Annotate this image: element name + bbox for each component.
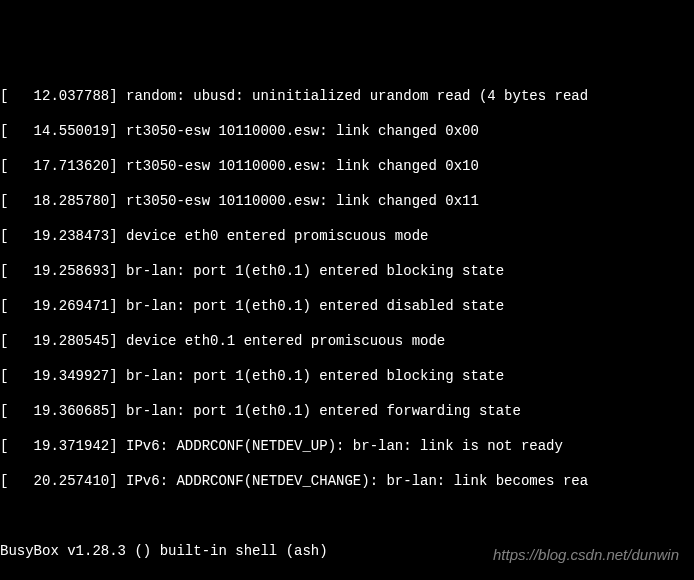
kernel-log-line: [ 19.238473] device eth0 entered promisc…: [0, 228, 694, 246]
kernel-log-line: [ 17.713620] rt3050-esw 10110000.esw: li…: [0, 158, 694, 176]
kernel-log-line: [ 19.360685] br-lan: port 1(eth0.1) ente…: [0, 403, 694, 421]
terminal-output: [ 12.037788] random: ubusd: uninitialize…: [0, 70, 694, 580]
kernel-log-line: [ 20.257410] IPv6: ADDRCONF(NETDEV_CHANG…: [0, 473, 694, 491]
kernel-log-line: [ 19.269471] br-lan: port 1(eth0.1) ente…: [0, 298, 694, 316]
kernel-log-line: [ 19.349927] br-lan: port 1(eth0.1) ente…: [0, 368, 694, 386]
kernel-log-line: [ 19.280545] device eth0.1 entered promi…: [0, 333, 694, 351]
kernel-log-line: [ 12.037788] random: ubusd: uninitialize…: [0, 88, 694, 106]
watermark-text: https://blog.csdn.net/dunwin: [493, 546, 679, 565]
kernel-log-line: [ 18.285780] rt3050-esw 10110000.esw: li…: [0, 193, 694, 211]
kernel-log-line: [ 19.258693] br-lan: port 1(eth0.1) ente…: [0, 263, 694, 281]
kernel-log-line: [ 14.550019] rt3050-esw 10110000.esw: li…: [0, 123, 694, 141]
kernel-log-line: [ 19.371942] IPv6: ADDRCONF(NETDEV_UP): …: [0, 438, 694, 456]
